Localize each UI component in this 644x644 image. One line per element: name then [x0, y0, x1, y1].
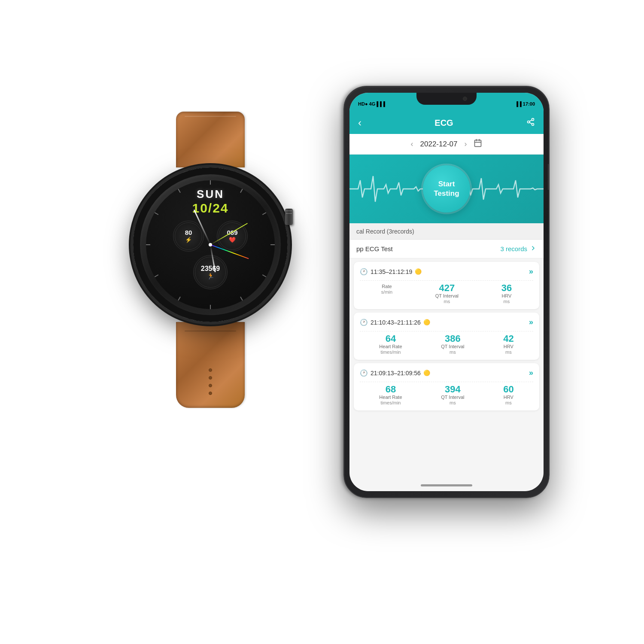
watch-face: SUN 10/24 80 ⚡ 089 ❤️ 23569 — [146, 180, 275, 309]
ecg-wave-right — [458, 172, 544, 206]
record-time-row-2: 🕐 21:10:43–21:11:26 🟡 — [360, 319, 430, 326]
svg-line-3 — [529, 122, 532, 124]
status-left: HD● 4G ▌▌▌ — [358, 101, 387, 106]
record-filter-row[interactable]: pp ECG Test 3 records — [349, 240, 544, 258]
home-bar — [421, 484, 472, 486]
band-hole-3 — [209, 384, 212, 387]
band-hole-1 — [209, 368, 212, 372]
stat-unit-qt-2: ms — [450, 349, 456, 355]
record-time-1: 11:35–21:12:19 — [371, 268, 412, 275]
subdial-bottom-icon: 🏃 — [207, 273, 214, 279]
subdial-left-icon: ⚡ — [185, 237, 192, 243]
clock-icon-2: 🕐 — [360, 319, 368, 326]
stat-unit-rate-1: s/min — [381, 289, 392, 295]
phone-power-button[interactable] — [548, 164, 550, 190]
band-hole-4 — [209, 392, 212, 395]
record-header-2: 🕐 21:10:43–21:11:26 🟡 » — [360, 318, 533, 327]
header-title: ECG — [434, 118, 453, 128]
watch: SUN 10/24 80 ⚡ 089 ❤️ 23569 — [86, 112, 335, 447]
stat-label-hrv-3: HRV — [504, 395, 513, 400]
record-arrow-1[interactable]: » — [529, 267, 533, 276]
date-prev-button[interactable]: ‹ — [411, 140, 413, 149]
record-arrow-3[interactable]: » — [529, 368, 533, 377]
app-header: ‹ ECG — [349, 112, 544, 134]
record-section-title: cal Record (3records) — [356, 228, 414, 235]
record-time-3: 21:09:13–21:09:56 — [371, 370, 421, 377]
ecg-wave-left — [349, 172, 435, 206]
watch-band-holes — [209, 368, 212, 395]
stat-value-hrv-2: 42 — [503, 334, 513, 343]
stat-hr-2: 64 Heart Rate times/min — [379, 334, 402, 355]
phone: HD● 4G ▌▌▌ ▐▐ 17:00 ‹ ECG — [343, 86, 550, 498]
subdial-right-icon: ❤️ — [229, 237, 236, 243]
stat-label-rate-1: Rate — [382, 284, 392, 289]
stat-unit-hrv-3: ms — [505, 400, 512, 405]
record-arrow-2[interactable]: » — [529, 318, 533, 327]
stat-hrv-3: 60 HRV ms — [503, 385, 513, 405]
stat-hrv-1: 36 HRV ms — [501, 283, 512, 304]
record-stats-3: 68 Heart Rate times/min 394 QT Interval … — [360, 382, 533, 405]
svg-line-4 — [529, 120, 532, 121]
watch-crown[interactable] — [285, 209, 293, 225]
date-next-button[interactable]: › — [464, 140, 467, 149]
stat-value-qt-2: 386 — [445, 334, 461, 343]
calendar-icon[interactable] — [474, 139, 482, 149]
warning-icon-3: 🟡 — [423, 370, 430, 376]
stat-label-hrv-2: HRV — [504, 344, 513, 349]
stat-label-hr-3: Heart Rate — [379, 395, 402, 400]
watch-center-dot — [209, 243, 212, 246]
band-hole-2 — [209, 376, 212, 380]
stat-unit-qt-3: ms — [450, 400, 456, 405]
stat-value-qt-3: 394 — [445, 385, 461, 394]
watch-body: SUN 10/24 80 ⚡ 089 ❤️ 23569 — [133, 167, 288, 322]
record-header-1: 🕐 11:35–21:12:19 🟡 » — [360, 267, 533, 276]
home-indicator — [349, 479, 544, 491]
clock-icon-1: 🕐 — [360, 268, 368, 276]
stat-unit-hr-2: times/min — [380, 349, 401, 355]
stat-unit-hr-3: times/min — [380, 400, 401, 405]
stat-rate-1: Rate s/min — [381, 283, 392, 304]
record-card-2[interactable]: 🕐 21:10:43–21:11:26 🟡 » 64 Heart Rate ti… — [354, 313, 539, 360]
stat-qt-1: 427 QT Interval ms — [435, 283, 459, 304]
stat-hr-3: 68 Heart Rate times/min — [379, 385, 402, 405]
stat-label-qt-1: QT Interval — [435, 294, 459, 298]
warning-icon-2: 🟡 — [423, 319, 430, 325]
watch-band-top — [176, 112, 245, 167]
phone-notch — [416, 93, 477, 105]
ecg-banner: Start Testing — [349, 155, 544, 223]
clock-icon-3: 🕐 — [360, 369, 368, 377]
record-time-2: 21:10:43–21:11:26 — [371, 319, 421, 326]
stat-value-hrv-1: 36 — [501, 283, 512, 293]
share-button[interactable] — [526, 118, 535, 128]
subdial-bottom-number: 23569 — [201, 265, 220, 273]
record-section-header: cal Record (3records) — [349, 223, 544, 240]
watch-band-bottom — [176, 322, 245, 408]
record-stats-2: 64 Heart Rate times/min 386 QT Interval … — [360, 331, 533, 355]
stat-qt-3: 394 QT Interval ms — [441, 385, 464, 405]
stat-label-qt-3: QT Interval — [441, 395, 464, 400]
record-card-1[interactable]: 🕐 11:35–21:12:19 🟡 » Rate s/min — [354, 262, 539, 309]
scene: SUN 10/24 80 ⚡ 089 ❤️ 23569 — [86, 86, 558, 558]
filter-chevron-icon — [530, 245, 537, 253]
filter-count-text: 3 records — [500, 245, 527, 252]
record-header-3: 🕐 21:09:13–21:09:56 🟡 » — [360, 368, 533, 377]
date-display: 2022-12-07 — [420, 140, 458, 149]
phone-body: HD● 4G ▌▌▌ ▐▐ 17:00 ‹ ECG — [343, 86, 550, 498]
date-bar: ‹ 2022-12-07 › — [349, 134, 544, 155]
subdial-left-number: 80 — [185, 229, 192, 236]
back-button[interactable]: ‹ — [358, 118, 361, 128]
start-testing-button[interactable]: Start Testing — [423, 165, 470, 213]
stat-hrv-2: 42 HRV ms — [503, 334, 513, 355]
record-card-3[interactable]: 🕐 21:09:13–21:09:56 🟡 » 68 Heart Rate ti… — [354, 363, 539, 410]
stat-unit-hrv-1: ms — [504, 299, 510, 304]
stat-label-hrv-1: HRV — [501, 294, 511, 298]
watch-subdial-bottom: 23569 🏃 — [193, 255, 228, 289]
record-time-row-1: 🕐 11:35–21:12:19 🟡 — [360, 268, 422, 276]
stat-value-hr-3: 68 — [386, 385, 396, 394]
stat-unit-qt-1: ms — [444, 299, 450, 304]
start-testing-label: Start Testing — [434, 179, 459, 198]
stat-label-hr-2: Heart Rate — [379, 344, 402, 349]
record-time-row-3: 🕐 21:09:13–21:09:56 🟡 — [360, 369, 430, 377]
filter-label: pp ECG Test — [356, 245, 393, 252]
filter-count: 3 records — [500, 245, 537, 253]
